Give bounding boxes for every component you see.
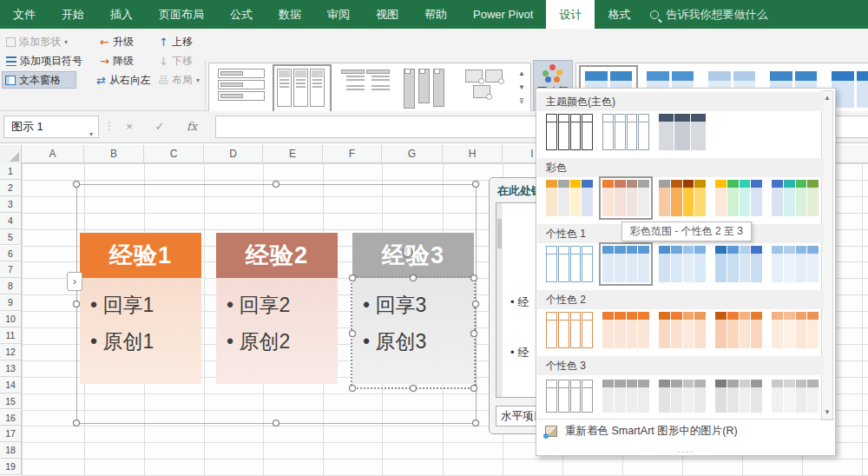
column-header-D[interactable]: D [204,145,263,163]
tab-帮助[interactable]: 帮助 [411,0,460,29]
row-header-6[interactable]: 6 [0,246,22,262]
column-header-B[interactable]: B [84,145,144,163]
scroll-down-icon[interactable]: ▼ [822,406,832,420]
layout-button[interactable]: 品 布局▾ [156,71,202,89]
row-header-1[interactable]: 1 [0,163,22,180]
add-shape-button[interactable]: 添加形状▾ [3,33,90,50]
enter-button[interactable]: ✓ [148,116,172,138]
tab-审阅[interactable]: 审阅 [314,0,363,29]
row-header-15[interactable]: 15 [0,393,22,410]
tab-设计[interactable]: 设计 [546,0,595,29]
swatch-column [691,114,706,150]
row-header-8[interactable]: 8 [0,278,22,294]
color-swatch[interactable] [771,245,819,283]
tab-页面布局[interactable]: 页面布局 [146,0,217,29]
layout-gallery-scroll[interactable]: ▲▼⊽ [516,67,528,109]
swatch-column [715,180,727,216]
color-swatch[interactable] [545,311,594,349]
row-header-18[interactable]: 18 [0,442,22,459]
layout-option-picture-list[interactable] [463,67,516,110]
color-swatch[interactable] [602,311,650,349]
row-header-7[interactable]: 7 [0,261,22,278]
column-header-A[interactable]: A [22,145,84,163]
demote-button[interactable]: → 降级 [97,52,136,69]
row-header-5[interactable]: 5 [0,229,22,246]
layout-option-horizontal-bullet-list[interactable] [275,67,329,110]
move-up-button[interactable]: ↑ 上移 [156,33,195,50]
select-all-corner[interactable] [0,145,22,163]
swatch-column [694,380,706,413]
layout-option-stacked-list[interactable] [339,67,393,110]
color-swatch-selected[interactable] [602,245,650,283]
row-header-16[interactable]: 16 [0,410,22,426]
row-header-12[interactable]: 12 [0,344,22,360]
change-colors-menu: ▲ ▼ 重新着色 SmartArt 图形中的图片(R) .... 主题颜色(主色… [536,88,836,456]
text-pane-icon [5,76,16,85]
row-header-14[interactable]: 14 [0,377,22,393]
row-header-17[interactable]: 17 [0,426,22,442]
layout-option-vertical-block-list[interactable] [400,67,454,110]
color-swatch[interactable] [658,379,707,413]
color-swatch[interactable] [545,245,594,283]
search-icon [650,10,659,19]
row-header-11[interactable]: 11 [0,327,22,344]
color-swatch[interactable] [602,113,650,151]
column-header-F[interactable]: F [323,145,382,163]
tab-插入[interactable]: 插入 [97,0,146,29]
text-pane-button[interactable]: 文本窗格 [2,71,76,89]
promote-button[interactable]: ← 升级 [97,33,136,50]
column-header-C[interactable]: C [144,145,204,163]
color-swatch[interactable] [714,379,763,413]
color-swatch[interactable] [658,311,707,349]
swatch-column [638,246,649,282]
color-swatch[interactable] [602,379,650,413]
column-header-E[interactable]: E [263,145,323,163]
row-header-9[interactable]: 9 [0,294,22,311]
color-swatch[interactable] [545,113,594,151]
color-swatch[interactable] [771,179,819,217]
color-swatch[interactable] [771,379,819,413]
tab-Power Pivot[interactable]: Power Pivot [460,0,546,29]
color-dot [545,76,551,83]
menu-resize-grip[interactable]: .... [536,444,835,455]
swatch-column [659,380,670,413]
tab-文件[interactable]: 文件 [0,0,49,29]
layout-option-vertical-box-list[interactable] [214,67,268,110]
name-box-dropdown-icon[interactable]: ▾ [89,124,93,145]
right-to-left-button[interactable]: ⇄ 从右向左 [94,71,154,89]
tab-格式[interactable]: 格式 [595,0,643,29]
row-header-10[interactable]: 10 [0,311,22,327]
color-swatch[interactable] [714,311,763,349]
color-swatch-hovered[interactable] [602,179,650,217]
add-bullet-button[interactable]: 添加项目符号 [3,52,99,69]
tab-公式[interactable]: 公式 [217,0,266,29]
color-swatch[interactable] [658,113,707,151]
column-header-G[interactable]: G [382,145,443,163]
row-header-13[interactable]: 13 [0,360,22,377]
tab-数据[interactable]: 数据 [266,0,314,29]
color-swatch[interactable] [658,179,707,217]
text-pane-scrollbar[interactable] [496,203,503,397]
row-header-2[interactable]: 2 [0,180,22,196]
move-down-button[interactable]: ↓ 下移 [156,52,195,69]
color-swatch[interactable] [714,245,763,283]
menu-section-label: 主题颜色(主色) [537,92,824,111]
row-header-19[interactable]: 19 [0,459,22,475]
cancel-button[interactable]: × [117,116,141,138]
column-header-H[interactable]: H [443,145,503,163]
color-swatch[interactable] [714,179,763,217]
recolor-pictures-item[interactable]: 重新着色 SmartArt 图形中的图片(R) [537,419,836,443]
insert-function-button[interactable]: fx [180,116,204,138]
swatch-column [807,180,819,216]
color-swatch[interactable] [658,245,707,283]
color-swatch[interactable] [545,379,594,413]
row-header-3[interactable]: 3 [0,196,22,213]
tab-开始[interactable]: 开始 [49,0,97,29]
tell-me-search[interactable]: 告诉我你想要做什么 [650,0,767,29]
demote-label: 降级 [113,54,134,69]
row-header-4[interactable]: 4 [0,213,22,229]
color-swatch[interactable] [771,311,819,349]
name-box[interactable]: 图示 1 ▾ [3,116,99,138]
color-swatch[interactable] [545,179,594,217]
tab-视图[interactable]: 视图 [363,0,411,29]
